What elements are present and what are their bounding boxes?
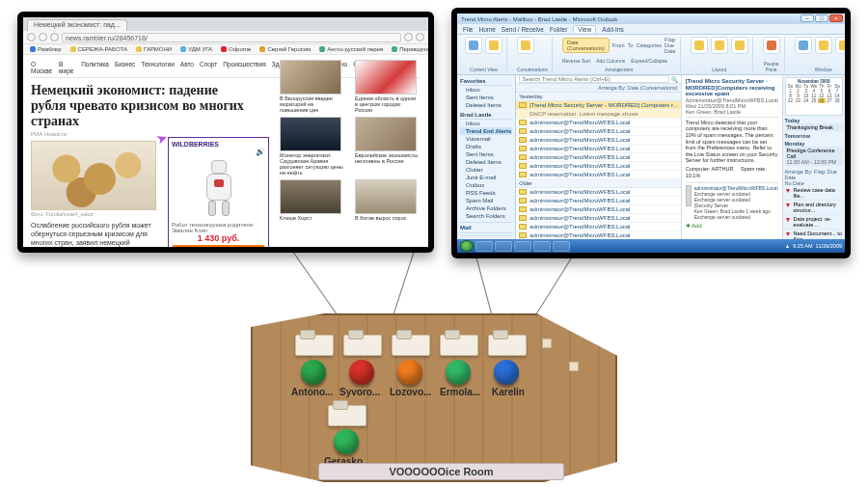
reload-button[interactable] — [50, 33, 59, 41]
related-item[interactable]: В Китае вырос спрос — [355, 179, 422, 221]
nav-folder[interactable]: Drafts — [460, 143, 512, 150]
nav-item[interactable]: Авто — [180, 61, 194, 74]
task-item[interactable]: ▼Review case data file... — [785, 186, 843, 201]
mail-row[interactable]: administrator@TrendMicroWFBS.Local — [516, 223, 680, 231]
ribbon-button[interactable] — [517, 37, 534, 54]
related-item[interactable]: Единая область в одном в центром городах… — [355, 60, 422, 113]
mail-row[interactable]: administrator@TrendMicroWFBS.Local — [516, 119, 680, 127]
tray-icon[interactable]: ▲ — [785, 243, 790, 249]
ribbon-tab[interactable]: Folder — [550, 26, 567, 33]
nav-item[interactable]: Политика — [81, 61, 109, 74]
nav-folder[interactable]: Search Folders — [460, 212, 512, 220]
nav-mailbox-header[interactable]: Brad Lastle — [460, 111, 512, 120]
ribbon-date-button[interactable]: Date (Conversations) — [562, 38, 610, 53]
maximize-button[interactable]: □ — [815, 14, 828, 22]
url-bar[interactable]: news.rambler.ru/28456718/ — [62, 33, 401, 42]
close-button[interactable]: × — [829, 14, 843, 22]
nav-folder[interactable]: Junk E-mail — [460, 174, 512, 181]
mail-row[interactable]: administrator@TrendMicroWFBS.Local — [516, 153, 680, 162]
nav-item[interactable]: В мире — [59, 61, 75, 74]
nav-folder[interactable]: Clutter — [460, 166, 512, 174]
nav-favorites-header[interactable]: Favorites — [460, 77, 512, 86]
appointment[interactable]: Thanksgiving Break — [785, 123, 843, 131]
nav-section-mail[interactable]: Mail — [460, 222, 512, 233]
taskbar-button[interactable] — [495, 241, 512, 252]
ribbon-label[interactable]: Reverse Sort — [562, 58, 590, 64]
todo-arrange[interactable]: Arrange By: Flag: Due Date — [785, 169, 843, 180]
add-contact-button[interactable]: ✚ Add — [686, 222, 778, 229]
bookmark[interactable]: Англо-русский перев — [316, 45, 386, 53]
nav-folder[interactable]: Deleted Items — [460, 101, 512, 109]
related-item[interactable]: Монитор энергетики: Саудовская Аравия ра… — [280, 117, 347, 176]
ribbon-label[interactable]: Add Columns — [596, 58, 625, 64]
taskbar-button[interactable] — [475, 241, 493, 252]
ribbon-label[interactable]: From — [612, 42, 625, 48]
search-icon[interactable]: 🔍 — [671, 76, 678, 83]
nav-item[interactable]: Происшествия — [223, 61, 265, 74]
ribbon-button[interactable] — [691, 37, 708, 54]
bookmark[interactable]: УДМ УГА — [177, 45, 215, 53]
nav-folder[interactable]: Sent Items — [460, 94, 512, 101]
seat-lozovo[interactable] — [397, 360, 422, 385]
ribbon-tab[interactable]: Home — [478, 26, 495, 33]
nav-folder[interactable]: Deleted Items — [460, 158, 512, 166]
ribbon-button[interactable] — [815, 37, 832, 54]
bookmark[interactable]: Odporne — [218, 45, 254, 53]
mail-row[interactable]: administrator@TrendMicroWFBS.Local — [516, 197, 680, 205]
bookmark[interactable]: Переводчик Google — [389, 45, 428, 53]
ad-sound-icon[interactable]: 🔊 — [172, 148, 265, 156]
mail-row[interactable]: DHCP reservation: Latest message shows — [516, 110, 680, 119]
nav-item[interactable]: О Москве — [31, 61, 53, 74]
related-item[interactable]: В Белоруссии введен мораторий на повышен… — [280, 60, 347, 113]
mail-group-header[interactable]: Yesterday — [516, 93, 680, 101]
seat-syvoro[interactable] — [349, 360, 374, 385]
nav-folder[interactable]: Inbox — [460, 120, 512, 127]
nav-item[interactable]: Технологии — [141, 61, 175, 74]
thread-item[interactable]: Exchange server outdated — [694, 214, 778, 220]
ribbon-button[interactable] — [795, 37, 812, 54]
ribbon-tab[interactable]: Add-Ins — [602, 26, 623, 33]
taskbar-button[interactable] — [533, 241, 551, 252]
related-item[interactable]: Европейские экономисты негативны в Росси… — [355, 117, 422, 176]
start-button[interactable] — [460, 240, 474, 252]
seat-gerasko[interactable] — [334, 429, 359, 454]
ribbon-label[interactable]: Categories — [636, 42, 662, 48]
seat-ermola[interactable] — [446, 360, 471, 385]
search-input[interactable] — [519, 75, 668, 83]
nav-folder[interactable]: Outbox — [460, 181, 512, 189]
mail-row[interactable]: administrator@TrendMicroWFBS.Local — [516, 136, 680, 145]
nav-folder[interactable]: Spam Mail — [460, 197, 512, 204]
seat-antono[interactable] — [301, 360, 326, 385]
menu-icon[interactable] — [416, 33, 424, 41]
forward-button[interactable] — [39, 33, 47, 41]
mail-row[interactable]: administrator@TrendMicroWFBS.Local — [516, 205, 680, 214]
browser-tab[interactable]: Немецкий экономист: пад... — [27, 19, 127, 31]
nav-folder[interactable]: Voicemail — [460, 135, 512, 143]
ribbon-label[interactable]: Expand/Collapse — [631, 58, 667, 64]
ad-buy-button[interactable]: Купить — [172, 245, 265, 247]
ribbon-tab-active[interactable]: View — [573, 25, 596, 33]
nav-item[interactable]: Спорт — [200, 61, 217, 74]
mail-row-selected[interactable]: [Trend Micro Security Server - MORDRED] … — [516, 101, 680, 110]
bookmark[interactable]: Сергей Геросим — [257, 45, 313, 53]
mini-calendar[interactable]: November 2009 SuMoTuWeThFrSa 1234567 891… — [785, 77, 843, 116]
ribbon-button[interactable] — [711, 37, 728, 54]
system-tray[interactable]: ▲ 9:25 AM 11/26/2009 — [785, 243, 842, 249]
ribbon-button[interactable] — [465, 37, 482, 54]
mail-group-header[interactable]: Older — [516, 179, 680, 188]
mail-row[interactable]: administrator@TrendMicroWFBS.Local — [516, 145, 680, 153]
nav-folder[interactable]: RSS Feeds — [460, 189, 512, 197]
seat-karelin[interactable] — [494, 360, 519, 385]
mail-row[interactable]: administrator@TrendMicroWFBS.Local — [516, 171, 680, 179]
bookmark-star-icon[interactable] — [404, 33, 413, 41]
ribbon-button[interactable] — [763, 37, 780, 54]
taskbar-button[interactable] — [553, 241, 570, 252]
mail-row[interactable]: administrator@TrendMicroWFBS.Local — [516, 127, 680, 136]
appointment[interactable]: Prestige Conference Call 11:00 AM - 12:0… — [785, 147, 843, 166]
arrange-by[interactable]: Arrange By: Date (Conversations) — [516, 84, 680, 93]
related-item[interactable]: Клише Хорст — [280, 179, 347, 221]
bookmark[interactable]: ГАРМОНИ — [133, 45, 175, 53]
ribbon-button[interactable] — [485, 37, 502, 54]
nav-folder[interactable]: Sent Items — [460, 150, 512, 158]
ribbon-button[interactable] — [731, 37, 748, 54]
